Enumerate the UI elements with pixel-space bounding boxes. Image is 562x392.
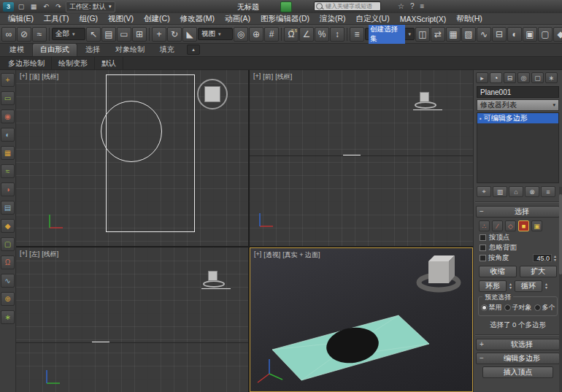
render-setup-button[interactable]: ▣ [523,27,537,42]
unlink-selection-button[interactable]: ⊘ [17,27,31,42]
ribbon-toggle-button[interactable]: ▧ [461,27,476,42]
object-name-field[interactable]: Plane001 [477,86,559,98]
display-tab-icon[interactable]: ▢ [531,72,544,83]
vertex-mode-button[interactable]: ∴ [479,220,490,231]
grow-button[interactable]: 扩大 [520,266,558,277]
rollout-soft-selection[interactable]: + 软选择 [476,339,560,350]
viewport-pov-menu[interactable]: [前] [263,72,273,82]
use-pivot-center-button[interactable]: ◎ [234,27,248,42]
left-toolbar-icon-1[interactable]: + [1,73,15,87]
border-mode-button[interactable]: ◇ [505,220,516,231]
left-toolbar-icon-14[interactable]: ∗ [1,310,15,324]
save-file-icon[interactable]: ▦ [28,2,39,12]
undo-icon[interactable]: ↶ [41,2,51,12]
selection-filter-dropdown[interactable]: 全部▾ [52,28,85,40]
viewport-front[interactable]: [+] [前] [线框] [250,70,473,246]
shrink-button[interactable]: 收缩 [479,266,517,277]
render-production-button[interactable]: ◆ [553,27,562,42]
menu-animation[interactable]: 动画(A) [220,14,255,24]
selection-region-button[interactable]: ▭ [117,27,131,42]
left-toolbar-icon-4[interactable]: ◐ [1,128,15,142]
left-toolbar-icon-13[interactable]: ⊕ [1,292,15,306]
percent-snap-toggle[interactable]: % [315,27,329,42]
rollout-edit-polygons[interactable]: − 编辑多边形 [476,353,560,364]
redo-icon[interactable]: ↷ [53,2,63,12]
curve-editor-button[interactable]: ∿ [477,27,491,42]
menu-customize[interactable]: 自定义(U) [351,14,395,24]
angle-spinner[interactable]: ▴ ▾ [554,255,556,262]
left-toolbar-icon-6[interactable]: ≈ [1,164,15,178]
viewport-left[interactable]: [+] [左] [线框] [16,247,248,392]
menu-help[interactable]: 帮助(H) [451,14,488,24]
help-icon[interactable]: ? [410,2,415,10]
menu-modifiers[interactable]: 修改器(M) [175,14,220,24]
remove-modifier-button[interactable]: ⊗ [525,186,539,197]
left-toolbar-icon-3[interactable]: ◉ [1,109,15,123]
by-vertex-checkbox[interactable]: 按顶点 [474,232,562,242]
menu-tools[interactable]: 工具(T) [39,14,74,24]
motion-tab-icon[interactable]: ◎ [517,72,530,83]
show-end-result-button[interactable]: ▥ [493,186,507,197]
viewport-maximize-menu[interactable]: [+] [20,250,27,259]
align-button[interactable]: ⇄ [431,27,445,42]
viewport-top[interactable]: [+] [顶] [线框] [16,70,248,246]
ribbon-panel-polydraw[interactable]: 多边形绘制 [1,57,52,70]
viewport-pov-menu[interactable]: [透视] [263,250,280,260]
select-and-rotate-button[interactable]: ↻ [167,27,182,42]
scrollbar-thumb[interactable] [559,194,562,274]
reference-coordinate-dropdown[interactable]: 视图▾ [198,28,233,40]
new-scene-icon[interactable]: ▢ [16,2,26,12]
insert-vertex-button[interactable]: 插入顶点 [482,366,553,378]
viewport-maximize-menu[interactable]: [+] [254,250,261,260]
angle-snap-toggle[interactable]: ∠ [299,27,314,42]
menu-group[interactable]: 组(G) [74,14,103,24]
ribbon-tab-populate[interactable]: 填充 [153,44,182,56]
left-toolbar-icon-9[interactable]: ◆ [1,219,15,233]
viewport-pov-menu[interactable]: [顶] [29,72,39,82]
utilities-tab-icon[interactable]: ∗ [545,72,558,83]
loop-spinner[interactable]: ▴▾ [545,283,547,290]
ribbon-tab-object-paint[interactable]: 对象绘制 [108,44,152,56]
left-toolbar-icon-11[interactable]: Ω [1,255,15,269]
modifier-list-dropdown[interactable]: 修改器列表 ▾ [477,99,559,111]
left-toolbar-icon-7[interactable]: ◑ [1,182,15,196]
left-toolbar-icon-12[interactable]: ∿ [1,274,15,288]
menu-rendering[interactable]: 渲染(R) [315,14,351,24]
ribbon-panel-paint-deform[interactable]: 绘制变形 [52,57,95,70]
create-tab-icon[interactable]: ▸ [476,72,488,83]
infocenter-menu-icon[interactable]: ≡ [420,2,425,10]
polygon-mode-button-active[interactable]: ■ [518,220,529,231]
modify-tab-icon[interactable]: ◔ [490,72,502,83]
schematic-view-button[interactable]: ⊟ [492,27,507,42]
select-and-link-button[interactable]: ∞ [1,27,16,42]
window-crossing-toggle[interactable]: ⊞ [132,27,147,42]
ring-button[interactable]: 环形 [479,280,507,292]
pin-stack-button[interactable]: ⌖ [477,186,491,197]
left-toolbar-icon-2[interactable]: ▭ [1,91,15,105]
angle-value-field[interactable]: 45.0 [533,254,552,262]
select-and-move-button[interactable]: + [152,27,166,42]
edge-mode-button[interactable]: ∕ [492,220,503,231]
loop-button[interactable]: 循环 [515,280,542,292]
ignore-backfacing-checkbox[interactable]: 忽略背面 [474,242,562,253]
menu-create[interactable]: 创建(C) [139,14,175,24]
viewport-shading-menu[interactable]: [线框] [42,250,58,259]
named-selection-sets-button[interactable]: ≡ [350,27,364,42]
app-logo-icon[interactable]: 3 [3,2,14,12]
viewport-perspective-active[interactable]: [+] [透视] [真实 + 边面] [250,247,473,392]
menu-edit[interactable]: 编辑(E) [3,14,39,24]
ribbon-tab-selection[interactable]: 选择 [78,44,107,56]
configure-sets-button[interactable]: ≡ [541,186,555,197]
make-unique-button[interactable]: ⌂ [509,186,523,197]
preview-disable-radio[interactable]: 禁用 [481,303,502,312]
search-input[interactable] [324,2,379,10]
status-green-icon[interactable] [280,1,292,12]
ring-spinner[interactable]: ▴▾ [509,283,512,290]
element-mode-button[interactable]: ▣ [531,220,542,231]
menu-graph-editors[interactable]: 图形编辑器(D) [255,14,315,24]
preview-multi-radio[interactable]: 多个 [534,303,555,312]
rollout-selection[interactable]: − 选择 [476,206,560,218]
material-editor-button[interactable]: ◐ [507,27,522,42]
select-by-name-button[interactable]: ▤ [101,27,116,42]
ribbon-tab-modeling[interactable]: 建模 [2,44,31,56]
